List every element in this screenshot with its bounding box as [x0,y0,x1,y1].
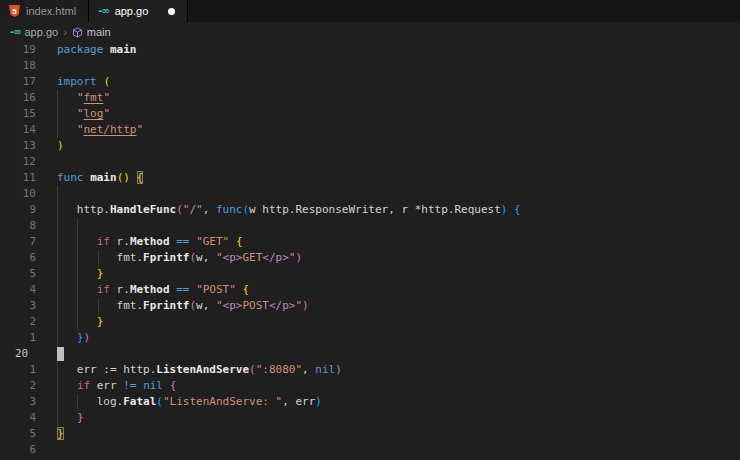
token: Method [130,235,170,248]
code-line[interactable]: 11func main() { [0,170,740,186]
line-number[interactable]: 3 [0,298,36,314]
line-number[interactable]: 12 [0,154,36,170]
token: } [77,411,84,424]
tab-index-html[interactable]: 5 index.html [0,0,89,22]
token: "GET" [196,235,229,248]
line-number[interactable]: 1 [0,362,36,378]
code-line[interactable]: 3 log.Fatal("ListenAndServe: ", err) [0,394,740,410]
line-number[interactable]: 18 [0,58,36,74]
symbol-package-icon [72,27,83,38]
code-line[interactable]: 6 [0,442,740,458]
token: nil [315,363,335,376]
code-line[interactable]: 7 if r.Method == "GET" { [0,234,740,250]
token: package [57,43,103,56]
code-line[interactable]: 1 err := http.ListenAndServe(":8080", ni… [0,362,740,378]
go-icon: -∞ [10,27,20,37]
code-line[interactable]: 4 if r.Method == "POST" { [0,282,740,298]
token: POST [242,299,269,312]
code-text [36,218,57,234]
code-line[interactable]: 9 http.HandleFunc("/", func(w http.Respo… [0,202,740,218]
line-number[interactable]: 5 [0,266,36,282]
text-cursor [57,347,64,361]
line-number[interactable]: 8 [0,218,36,234]
line-number[interactable]: 6 [0,442,36,458]
line-number[interactable]: 14 [0,122,36,138]
line-number[interactable]: 2 [0,314,36,330]
line-number[interactable]: 1 [0,330,36,346]
token: " [77,123,84,136]
code-line[interactable]: 1 }) [0,330,740,346]
line-number[interactable]: 13 [0,138,36,154]
breadcrumb-symbol[interactable]: main [72,26,111,38]
code-line[interactable]: 10 [0,186,740,202]
line-number[interactable]: 4 [0,282,36,298]
modified-dot[interactable] [168,8,175,15]
token: { [243,283,250,296]
code-text: "net/http" [36,122,143,138]
token: " [77,107,84,120]
code-line[interactable]: 2 } [0,314,740,330]
token: } [97,315,104,328]
line-number[interactable]: 7 [0,234,36,250]
code-line[interactable]: 5} [0,426,740,442]
token: func [57,171,84,184]
token: ( [103,75,110,88]
token: r. [110,235,130,248]
token: == [176,283,189,296]
tab-app-go[interactable]: -∞ app.go [89,0,188,22]
token: } [77,331,84,344]
code-line[interactable]: 15 "log" [0,106,740,122]
line-number[interactable]: 16 [0,90,36,106]
line-number[interactable]: 17 [0,74,36,90]
line-number[interactable]: 9 [0,202,36,218]
line-number[interactable]: 11 [0,170,36,186]
code-line[interactable]: 17import ( [0,74,740,90]
token [57,283,97,296]
code-line[interactable]: 2 if err != nil { [0,378,740,394]
line-number[interactable]: 3 [0,394,36,410]
token: w, [196,299,216,312]
token: := [103,363,123,376]
code-line[interactable]: 6 fmt.Fprintf(w, "<p>GET</p>") [0,250,740,266]
code-line[interactable]: 5 } [0,266,740,282]
token: != [123,379,136,392]
token: r. [110,283,130,296]
token: } [57,427,64,440]
token: Fprintf [143,299,189,312]
code-line[interactable]: 8 [0,218,740,234]
code-line[interactable]: 18 [0,58,740,74]
html5-icon: 5 [9,5,20,17]
code-line[interactable]: 14 "net/http" [0,122,740,138]
code-line[interactable]: 16 "fmt" [0,90,740,106]
code-editor[interactable]: 19package main1817import (16 "fmt"15 "lo… [0,42,740,460]
code-line[interactable]: 12 [0,154,740,170]
line-number[interactable]: 2 [0,378,36,394]
line-number[interactable]: 6 [0,250,36,266]
line-number[interactable]: 19 [0,42,36,58]
code-line[interactable]: 19package main [0,42,740,58]
token: "ListenAndServe: " [163,395,282,408]
breadcrumb-file[interactable]: -∞ app.go [10,26,58,38]
active-line-number[interactable]: 20 [0,346,36,362]
token [57,91,77,104]
token: Fprintf [143,251,189,264]
code-text: err := http.ListenAndServe(":8080", nil) [36,362,342,378]
token [236,283,243,296]
token: import [57,75,97,88]
code-line[interactable]: 20 [0,346,740,362]
code-line[interactable]: 4 } [0,410,740,426]
code-line[interactable]: 13) [0,138,740,154]
code-line[interactable]: 3 fmt.Fprintf(w, "<p>POST</p>") [0,298,740,314]
line-number[interactable]: 15 [0,106,36,122]
code-text: } [36,426,64,442]
code-text: import ( [36,74,110,90]
token: , [302,363,315,376]
line-number[interactable]: 10 [0,186,36,202]
token: if [77,379,90,392]
token: { [514,203,521,216]
token: ) [84,331,91,344]
token: err [90,379,123,392]
line-number[interactable]: 5 [0,426,36,442]
code-text: func main() { [36,170,143,186]
line-number[interactable]: 4 [0,410,36,426]
